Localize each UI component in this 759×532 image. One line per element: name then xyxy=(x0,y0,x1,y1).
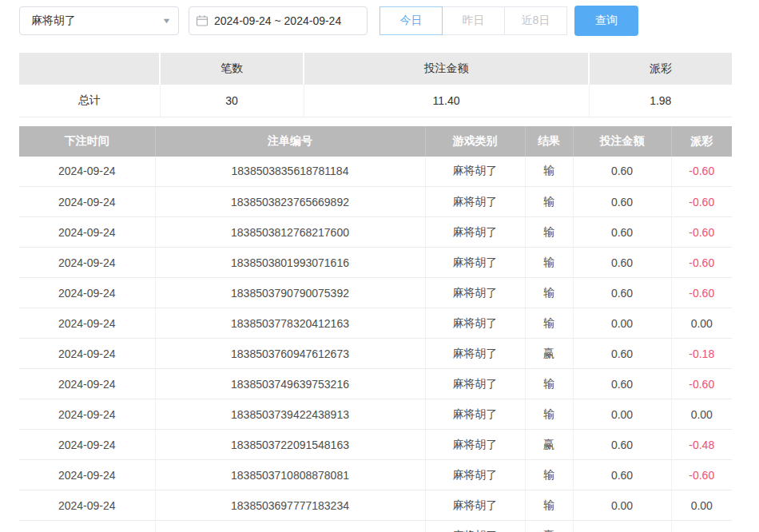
cell-game-type: 麻将胡了 xyxy=(425,399,525,430)
cell-order-id: 1838503760947612673 xyxy=(155,339,425,369)
summary-total-bet-amount: 11.40 xyxy=(304,85,589,117)
cell-payout xyxy=(671,521,732,532)
cell-payout: -0.18 xyxy=(671,339,732,369)
cell-result: 输 xyxy=(525,490,573,521)
header-payout: 派彩 xyxy=(671,126,732,157)
chevron-down-icon: ▼ xyxy=(161,17,171,25)
bet-table-header-row: 下注时间 注单编号 游戏类别 结果 投注金额 派彩 xyxy=(19,126,732,157)
cell-order-id: 1838503801993071616 xyxy=(155,248,425,278)
summary-total-label: 总计 xyxy=(19,85,160,117)
cell-payout: -0.60 xyxy=(671,248,732,278)
cell-result: 输 xyxy=(525,399,573,430)
toolbar: 麻将胡了 ▼ 2024-09-24 ~ 2024-09-24 今日 昨日 近8日… xyxy=(19,6,740,36)
cell-result: 赢 xyxy=(525,339,573,369)
cell-bet-time: 2024-09-24 xyxy=(19,339,155,369)
cell-order-id xyxy=(155,521,425,532)
page: 麻将胡了 ▼ 2024-09-24 ~ 2024-09-24 今日 昨日 近8日… xyxy=(0,0,759,532)
cell-bet-time: 2024-09-24 xyxy=(19,399,155,430)
cell-bet-time: 2024-09-24 xyxy=(19,490,155,521)
cell-result: 输 xyxy=(525,248,573,278)
cell-order-id: 1838503739422438913 xyxy=(155,399,425,430)
cell-bet-amount: 0.60 xyxy=(573,248,671,278)
cell-order-id: 1838503812768217600 xyxy=(155,217,425,248)
cell-payout: -0.60 xyxy=(671,278,732,308)
cell-payout: -0.60 xyxy=(671,157,732,187)
quick-range-button[interactable]: 近8日 xyxy=(504,6,567,35)
date-range-value: 2024-09-24 ~ 2024-09-24 xyxy=(214,14,341,27)
query-button[interactable]: 查询 xyxy=(574,6,638,36)
cell-result: 输 xyxy=(525,369,573,399)
cell-bet-amount: 0.60 xyxy=(573,460,671,490)
cell-bet-amount: 0.60 xyxy=(573,339,671,369)
cell-result: 赢 xyxy=(525,430,573,460)
table-row: 2024-09-24麻将胡了赢 xyxy=(19,521,732,532)
cell-game-type: 麻将胡了 xyxy=(425,521,525,532)
cell-result: 赢 xyxy=(525,521,573,532)
cell-bet-amount: 0.00 xyxy=(573,399,671,430)
cell-order-id: 1838503823765669892 xyxy=(155,187,425,217)
table-row: 2024-09-241838503790790075392麻将胡了输0.60-0… xyxy=(19,278,732,308)
cell-order-id: 1838503835618781184 xyxy=(155,157,425,187)
cell-result: 输 xyxy=(525,278,573,308)
cell-bet-amount: 0.60 xyxy=(573,278,671,308)
cell-game-type: 麻将胡了 xyxy=(425,339,525,369)
summary-header-row: 笔数 投注金额 派彩 xyxy=(19,53,732,85)
cell-bet-time: 2024-09-24 xyxy=(19,308,155,339)
summary-header-empty xyxy=(19,53,160,85)
cell-game-type: 麻将胡了 xyxy=(425,157,525,187)
cell-order-id: 1838503778320412163 xyxy=(155,308,425,339)
cell-order-id: 1838503710808878081 xyxy=(155,460,425,490)
table-row: 2024-09-241838503760947612673麻将胡了赢0.60-0… xyxy=(19,339,732,369)
table-row: 2024-09-241838503710808878081麻将胡了输0.60-0… xyxy=(19,460,732,490)
header-bet-amount: 投注金额 xyxy=(573,126,671,157)
game-select[interactable]: 麻将胡了 ▼ xyxy=(19,6,179,35)
summary-total-payout: 1.98 xyxy=(589,85,732,117)
cell-bet-time: 2024-09-24 xyxy=(19,217,155,248)
table-row: 2024-09-241838503697777183234麻将胡了输0.000.… xyxy=(19,490,732,521)
table-row: 2024-09-241838503749639753216麻将胡了输0.60-0… xyxy=(19,369,732,399)
cell-bet-amount: 0.60 xyxy=(573,157,671,187)
cell-bet-time: 2024-09-24 xyxy=(19,248,155,278)
cell-result: 输 xyxy=(525,187,573,217)
cell-bet-time: 2024-09-24 xyxy=(19,369,155,399)
quick-range-group: 今日 昨日 近8日 xyxy=(380,6,567,35)
cell-game-type: 麻将胡了 xyxy=(425,490,525,521)
header-order-id: 注单编号 xyxy=(155,126,425,157)
cell-bet-amount: 0.60 xyxy=(573,369,671,399)
cell-payout: -0.60 xyxy=(671,217,732,248)
cell-game-type: 麻将胡了 xyxy=(425,248,525,278)
table-row: 2024-09-241838503801993071616麻将胡了输0.60-0… xyxy=(19,248,732,278)
cell-bet-time: 2024-09-24 xyxy=(19,460,155,490)
summary-header-payout: 派彩 xyxy=(589,53,732,85)
cell-payout: -0.60 xyxy=(671,460,732,490)
cell-result: 输 xyxy=(525,157,573,187)
cell-payout: -0.48 xyxy=(671,430,732,460)
cell-payout: 0.00 xyxy=(671,490,732,521)
calendar-icon xyxy=(196,14,209,27)
cell-bet-amount: 0.60 xyxy=(573,217,671,248)
cell-payout: 0.00 xyxy=(671,399,732,430)
header-game-type: 游戏类别 xyxy=(425,126,525,157)
date-range-input[interactable]: 2024-09-24 ~ 2024-09-24 xyxy=(189,6,368,35)
summary-total-count: 30 xyxy=(160,85,304,117)
cell-bet-time: 2024-09-24 xyxy=(19,430,155,460)
cell-bet-time: 2024-09-24 xyxy=(19,157,155,187)
summary-header-count: 笔数 xyxy=(160,53,304,85)
summary-table: 笔数 投注金额 派彩 总计 30 11.40 1.98 xyxy=(19,53,732,117)
cell-order-id: 1838503697777183234 xyxy=(155,490,425,521)
cell-bet-time: 2024-09-24 xyxy=(19,521,155,532)
cell-result: 输 xyxy=(525,460,573,490)
table-row: 2024-09-241838503778320412163麻将胡了输0.000.… xyxy=(19,308,732,339)
cell-order-id: 1838503722091548163 xyxy=(155,430,425,460)
quick-range-button[interactable]: 昨日 xyxy=(442,6,505,35)
cell-game-type: 麻将胡了 xyxy=(425,308,525,339)
summary-total-row: 总计 30 11.40 1.98 xyxy=(19,85,732,117)
cell-game-type: 麻将胡了 xyxy=(425,369,525,399)
table-row: 2024-09-241838503739422438913麻将胡了输0.000.… xyxy=(19,399,732,430)
header-bet-time: 下注时间 xyxy=(19,126,155,157)
table-row: 2024-09-241838503722091548163麻将胡了赢0.60-0… xyxy=(19,430,732,460)
cell-payout: -0.60 xyxy=(671,369,732,399)
cell-game-type: 麻将胡了 xyxy=(425,278,525,308)
cell-game-type: 麻将胡了 xyxy=(425,187,525,217)
quick-range-button[interactable]: 今日 xyxy=(380,6,443,35)
